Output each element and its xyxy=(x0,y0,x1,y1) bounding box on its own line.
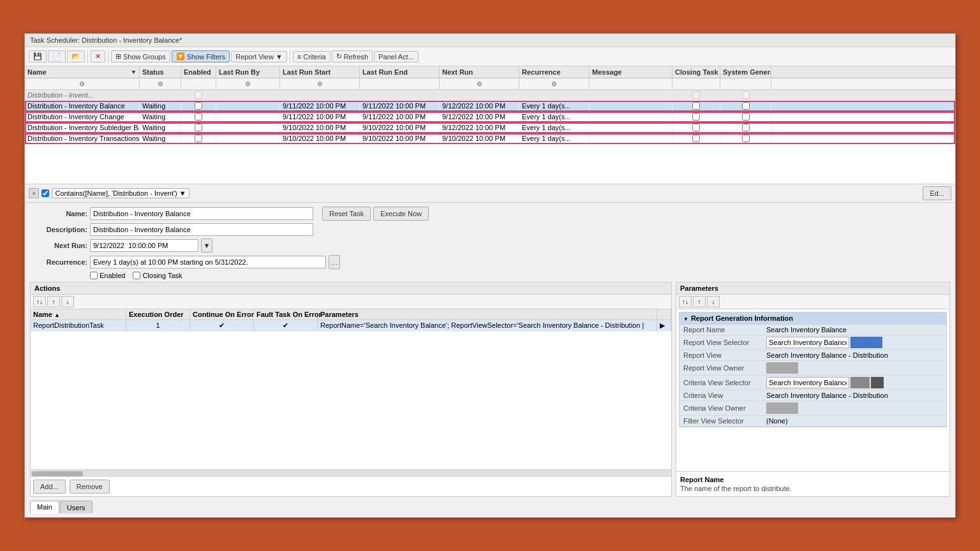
toolbar-new-btn[interactable]: 📄 xyxy=(48,50,66,62)
tab-users[interactable]: Users xyxy=(60,501,93,513)
params-sort-btn[interactable]: ↑↓ xyxy=(679,296,692,307)
cell-message-3 xyxy=(590,122,672,133)
actions-col-name[interactable]: Name ▲ xyxy=(31,309,126,320)
actions-toolbar-sort-btn[interactable]: ↑↓ xyxy=(33,296,46,307)
report-view-selector-input[interactable] xyxy=(766,337,849,348)
execute-now-btn[interactable]: Execute Now xyxy=(373,207,429,221)
col-header-lastrunstart[interactable]: Last Run Start xyxy=(280,66,360,78)
filter-cell-nextrun[interactable]: ⚙ xyxy=(440,78,519,89)
recurrence-edit-btn[interactable]: … xyxy=(329,255,340,269)
add-btn[interactable]: Add... xyxy=(33,480,66,494)
table-row[interactable]: Distribution - Inventory Change Waiting … xyxy=(25,112,955,122)
cell-enabled-2[interactable] xyxy=(181,112,216,122)
criteria-btn[interactable]: ≡ Criteria xyxy=(293,51,330,62)
params-down-btn[interactable]: ↓ xyxy=(707,296,720,307)
filter-cell-lastrunstart[interactable]: ⚙ xyxy=(280,78,360,89)
desc-input[interactable] xyxy=(90,223,313,236)
param-value-rvs[interactable] xyxy=(762,335,946,350)
col-header-closingtask[interactable]: Closing Task xyxy=(672,66,720,78)
col-header-recurrence[interactable]: Recurrence xyxy=(519,66,590,78)
cell-sysgen-1[interactable] xyxy=(720,101,771,111)
filter-cell-enabled[interactable] xyxy=(181,78,216,89)
nextrun-dropdown-btn[interactable]: ▼ xyxy=(201,239,212,253)
filter-cell-status[interactable]: ⚙ xyxy=(140,78,181,89)
cell-enabled-0[interactable] xyxy=(181,90,216,100)
enabled-checkbox[interactable] xyxy=(90,272,98,279)
closing-task-checkbox[interactable] xyxy=(133,272,140,279)
cell-closingtask-3[interactable] xyxy=(672,122,720,133)
actions-col-exorder[interactable]: Execution Order xyxy=(126,309,190,320)
col-header-status[interactable]: Status xyxy=(140,66,181,78)
remove-btn[interactable]: Remove xyxy=(70,480,110,494)
show-groups-btn[interactable]: ⊞ Show Groups xyxy=(111,50,170,62)
col-header-enabled[interactable]: Enabled xyxy=(181,66,216,78)
filter-checkbox[interactable] xyxy=(41,189,49,197)
cell-sysgen-0[interactable] xyxy=(720,90,771,100)
cell-enabled-3[interactable] xyxy=(181,122,216,133)
recurrence-input[interactable] xyxy=(90,256,326,268)
cell-lastrunstart-1: 9/11/2022 10:00 PM xyxy=(280,101,360,111)
nextrun-input[interactable] xyxy=(90,239,198,252)
actions-scrollbar[interactable] xyxy=(31,469,671,477)
tab-main[interactable]: Main xyxy=(30,501,59,513)
filter-cell-message[interactable] xyxy=(590,78,672,89)
cell-status-0 xyxy=(140,90,181,100)
toolbar-delete-btn[interactable]: ✕ xyxy=(91,50,105,62)
actions-toolbar-up-btn[interactable]: ↑ xyxy=(47,296,60,307)
cell-sysgen-3[interactable] xyxy=(720,122,771,133)
filter-edit-btn[interactable]: Ed... xyxy=(923,186,951,200)
filter-cell-lastrunby[interactable]: ⚙ xyxy=(216,78,280,89)
criteria-view-selector-input[interactable] xyxy=(766,377,849,388)
actions-section: Actions ↑↓ ↑ ↓ Name ▲ Execution Order Co… xyxy=(30,282,672,497)
report-view-btn[interactable]: Report View ▼ xyxy=(231,51,287,62)
filter-cell-recurrence[interactable]: ⚙ xyxy=(519,78,590,89)
enabled-checkbox-label[interactable]: Enabled xyxy=(90,272,125,279)
table-row[interactable]: Distribution - Inventory Subledger Bal..… xyxy=(25,122,955,133)
col-header-lastrunby[interactable]: Last Run By xyxy=(216,66,280,78)
table-row[interactable]: Distribution - Invent... xyxy=(25,90,955,101)
param-value-rvo[interactable] xyxy=(762,361,946,376)
actions-row[interactable]: ReportDistributionTask 1 ✔ ✔ ReportName=… xyxy=(31,320,671,332)
filter-close-btn[interactable]: × xyxy=(29,188,39,198)
filter-dropdown-arrow[interactable]: ▼ xyxy=(179,189,186,197)
param-value-cvs[interactable] xyxy=(762,376,946,390)
cell-sysgen-2[interactable] xyxy=(720,112,771,122)
col-header-name[interactable]: Name▼ xyxy=(25,66,140,78)
refresh-btn[interactable]: ↻ Refresh xyxy=(332,50,373,62)
cell-enabled-1[interactable] xyxy=(181,101,216,111)
show-filters-btn[interactable]: 🔽 Show Filters xyxy=(172,50,230,62)
reset-task-btn[interactable]: Reset Task xyxy=(322,207,371,221)
filter-cell-closingtask[interactable] xyxy=(672,78,720,89)
cell-enabled-4[interactable] xyxy=(181,133,216,143)
filter-cell-name[interactable]: ⚙ xyxy=(25,78,140,89)
param-value-cvo[interactable] xyxy=(762,401,946,416)
cell-sysgen-4[interactable] xyxy=(720,133,771,143)
col-header-lastrunend[interactable]: Last Run End xyxy=(360,66,440,78)
table-row[interactable]: Distribution - Inventory Transactions Wa… xyxy=(25,133,955,144)
report-view-owner-input[interactable] xyxy=(766,362,798,374)
params-table: Report Name Search Inventory Balance Rep… xyxy=(679,325,946,427)
actions-col-params[interactable]: Parameters xyxy=(318,309,657,320)
params-section-title[interactable]: Report Generation Information xyxy=(679,312,946,325)
col-header-message[interactable]: Message xyxy=(590,66,672,78)
name-input[interactable] xyxy=(90,207,313,220)
panel-act-btn[interactable]: Panel Act... xyxy=(374,51,419,62)
params-up-btn[interactable]: ↑ xyxy=(693,296,706,307)
cell-closingtask-4[interactable] xyxy=(672,133,720,143)
action-cell-nav[interactable]: ▶ xyxy=(657,320,671,331)
closing-task-checkbox-label[interactable]: Closing Task xyxy=(133,272,182,279)
actions-col-continue[interactable]: Continue On Error xyxy=(190,309,254,320)
toolbar-open-btn[interactable]: 📂 xyxy=(67,50,85,62)
criteria-view-owner-input[interactable] xyxy=(766,402,798,414)
col-header-nextrun[interactable]: Next Run xyxy=(440,66,519,78)
actions-col-fault[interactable]: Fault Task On Error xyxy=(254,309,318,320)
col-header-sysgen[interactable]: System Generated xyxy=(720,66,771,78)
filter-cell-lastrunend[interactable] xyxy=(360,78,440,89)
toolbar-save-btn[interactable]: 💾 xyxy=(29,50,47,62)
cell-closingtask-0[interactable] xyxy=(672,90,720,100)
cell-closingtask-1[interactable] xyxy=(672,101,720,111)
filter-cell-sysgen[interactable] xyxy=(720,78,771,89)
table-row[interactable]: Distribution - Inventory Balance Waiting… xyxy=(25,101,955,112)
cell-closingtask-2[interactable] xyxy=(672,112,720,122)
actions-toolbar-down-btn[interactable]: ↓ xyxy=(61,296,74,307)
